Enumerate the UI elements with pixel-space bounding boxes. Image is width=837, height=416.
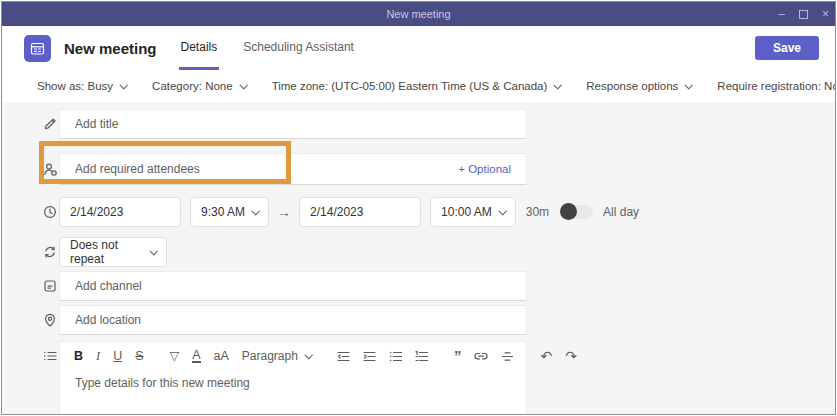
clock-icon [2, 205, 59, 219]
decrease-indent-button[interactable] [337, 350, 350, 363]
start-date-input[interactable] [70, 205, 160, 219]
save-button[interactable]: Save [755, 36, 819, 60]
add-optional-attendees-link[interactable]: + Optional [458, 163, 511, 175]
all-day-label: All day [603, 205, 639, 219]
chevron-down-icon [251, 207, 259, 215]
chevron-down-icon [554, 81, 562, 89]
to-arrow-icon: → [277, 204, 291, 220]
bulleted-list-button[interactable] [389, 350, 402, 363]
category-dropdown[interactable]: Category: None [152, 80, 246, 92]
end-date-field[interactable] [299, 197, 421, 227]
repeat-dropdown[interactable]: Does not repeat [59, 237, 167, 267]
underline-button[interactable]: U [113, 349, 122, 363]
required-attendees-field[interactable]: + Optional [59, 153, 527, 185]
all-day-toggle[interactable] [561, 205, 593, 219]
undo-button[interactable]: ↶ [540, 349, 552, 363]
meeting-options-bar: Show as: Busy Category: None Time zone: … [2, 70, 835, 102]
dialog-header: New meeting Details Scheduling Assistant… [2, 26, 835, 70]
channel-field[interactable] [59, 271, 527, 301]
tab-bar: Details Scheduling Assistant [179, 26, 378, 70]
strikethrough-button[interactable]: S [135, 349, 143, 363]
numbered-list-button[interactable] [415, 350, 428, 363]
chevron-down-icon [149, 247, 157, 255]
chevron-down-icon [239, 81, 247, 89]
link-button[interactable] [474, 349, 488, 363]
location-icon [2, 313, 59, 327]
end-time-dropdown[interactable]: 10:00 AM [430, 197, 516, 227]
highlight-button[interactable]: ▽ [170, 349, 180, 363]
description-editor[interactable]: B I U S ▽ A aA Paragraph [59, 341, 527, 415]
chevron-down-icon [120, 81, 128, 89]
location-field[interactable] [59, 305, 527, 335]
location-input[interactable] [75, 313, 511, 327]
formatting-toolbar: B I U S ▽ A aA Paragraph [60, 342, 526, 366]
description-placeholder[interactable]: Type details for this new meeting [60, 366, 526, 390]
calendar-icon [24, 35, 51, 62]
chevron-down-icon [498, 207, 506, 215]
maximize-icon[interactable] [799, 10, 808, 19]
repeat-icon [2, 245, 59, 259]
start-time-dropdown[interactable]: 9:30 AM [190, 197, 269, 227]
minimize-icon[interactable]: – [778, 8, 785, 20]
show-as-dropdown[interactable]: Show as: Busy [37, 80, 126, 92]
window-titlebar: New meeting – × [2, 2, 835, 26]
title-input[interactable] [75, 117, 511, 131]
tab-scheduling-assistant[interactable]: Scheduling Assistant [241, 26, 356, 70]
channel-icon [2, 279, 59, 293]
font-size-button[interactable]: aA [214, 349, 229, 363]
chevron-down-icon [304, 351, 312, 359]
channel-input[interactable] [75, 279, 511, 293]
redo-button[interactable]: ↷ [565, 349, 577, 363]
new-meeting-window: New meeting – × New meeting Details Sche… [1, 1, 836, 415]
insert-divider-button[interactable] [501, 350, 514, 363]
response-options-dropdown[interactable]: Response options [586, 80, 691, 92]
chevron-down-icon [685, 81, 693, 89]
time-zone-dropdown[interactable]: Time zone: (UTC-05:00) Eastern Time (US … [272, 80, 561, 92]
required-attendees-input[interactable] [75, 162, 458, 176]
require-registration-dropdown[interactable]: Require registration: None [717, 80, 836, 92]
window-title: New meeting [2, 8, 835, 20]
quote-button[interactable]: ” [454, 351, 462, 361]
increase-indent-button[interactable] [363, 350, 376, 363]
pencil-icon [2, 117, 59, 131]
meeting-form: + Optional 9:30 AM → 10:00 AM [2, 102, 835, 415]
tab-details[interactable]: Details [179, 26, 220, 70]
agenda-list-icon [2, 341, 59, 363]
title-field[interactable] [59, 109, 527, 139]
close-icon[interactable]: × [822, 8, 829, 20]
end-date-input[interactable] [310, 205, 400, 219]
page-title: New meeting [64, 40, 157, 57]
add-person-icon [2, 162, 59, 177]
italic-button[interactable]: I [96, 349, 100, 363]
start-date-field[interactable] [59, 197, 181, 227]
duration-label: 30m [526, 205, 549, 219]
bold-button[interactable]: B [74, 349, 83, 363]
paragraph-style-dropdown[interactable]: Paragraph [242, 349, 311, 363]
font-color-button[interactable]: A [192, 350, 200, 363]
